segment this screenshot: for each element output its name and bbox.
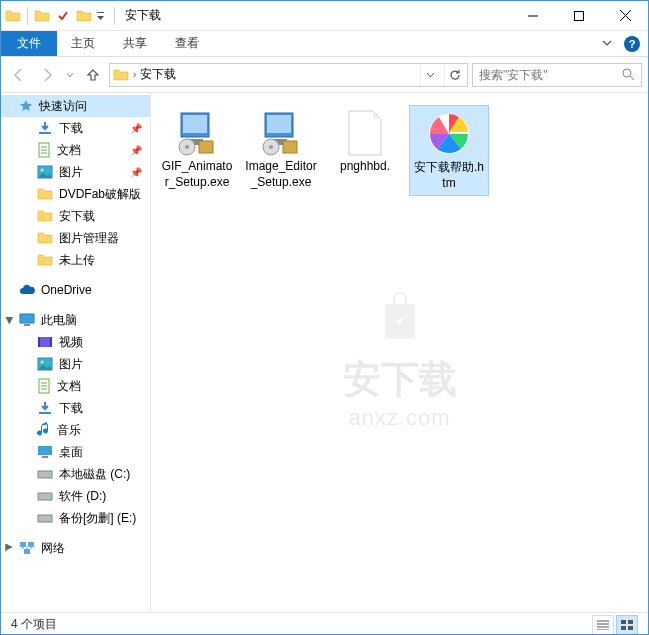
- details-view-button[interactable]: [592, 615, 614, 635]
- picture-icon: [37, 165, 53, 179]
- close-button[interactable]: [602, 1, 648, 31]
- sidebar-this-pc[interactable]: ⯆ 此电脑: [1, 309, 150, 331]
- pin-icon: 📌: [130, 167, 142, 178]
- svg-rect-26: [24, 549, 30, 554]
- file-tab-label: 文件: [17, 35, 41, 52]
- svg-rect-41: [628, 620, 633, 624]
- sidebar-item[interactable]: DVDFab破解版: [1, 183, 150, 205]
- minimize-button[interactable]: [510, 1, 556, 31]
- svg-rect-7: [20, 314, 34, 323]
- sidebar-onedrive[interactable]: OneDrive: [1, 279, 150, 301]
- sidebar-item[interactable]: 下载: [1, 397, 150, 419]
- sidebar-network[interactable]: ⯈ 网络: [1, 537, 150, 559]
- sidebar-item-label: 文档: [57, 142, 81, 159]
- sidebar-item[interactable]: 本地磁盘 (C:): [1, 463, 150, 485]
- file-tab[interactable]: 文件: [1, 31, 57, 56]
- tree-expand-icon[interactable]: ⯈: [5, 543, 14, 553]
- home-tab[interactable]: 主页: [57, 31, 109, 56]
- sidebar-item[interactable]: 文档📌: [1, 139, 150, 161]
- svg-rect-25: [28, 542, 34, 547]
- quick-access-toolbar: [1, 5, 119, 27]
- search-input[interactable]: [479, 68, 618, 82]
- sidebar-item[interactable]: 备份[勿删] (E:): [1, 507, 150, 529]
- svg-rect-9: [38, 337, 52, 347]
- pin-icon: 📌: [130, 123, 142, 134]
- sidebar-item-label: 桌面: [59, 444, 83, 461]
- document-icon: [37, 378, 51, 394]
- sidebar-item-label: 软件 (D:): [59, 488, 106, 505]
- file-name: Image_Editor_Setup.exe: [245, 159, 317, 190]
- maximize-button[interactable]: [556, 1, 602, 31]
- file-list[interactable]: GIF_Animator_Setup.exeImage_Editor_Setup…: [151, 93, 648, 612]
- svg-rect-1: [575, 11, 584, 20]
- tab-label: 共享: [123, 35, 147, 52]
- sidebar-item[interactable]: 下载📌: [1, 117, 150, 139]
- view-tab[interactable]: 查看: [161, 31, 213, 56]
- address-segment[interactable]: 安下载: [140, 66, 416, 83]
- sidebar-item[interactable]: 视频: [1, 331, 150, 353]
- sidebar-item-label: 视频: [59, 334, 83, 351]
- address-bar[interactable]: › 安下载: [109, 63, 468, 87]
- svg-rect-42: [621, 626, 626, 630]
- qat-dropdown-icon[interactable]: [96, 10, 108, 22]
- properties-button[interactable]: [52, 5, 74, 27]
- file-item[interactable]: 安下载帮助.htm: [409, 105, 489, 196]
- file-item[interactable]: GIF_Animator_Setup.exe: [157, 105, 237, 196]
- svg-rect-43: [628, 626, 633, 630]
- ribbon-expand-icon[interactable]: [602, 38, 614, 50]
- sidebar-item[interactable]: 图片: [1, 353, 150, 375]
- document-icon: [37, 142, 51, 158]
- sidebar-item[interactable]: 安下载: [1, 205, 150, 227]
- search-box[interactable]: [472, 63, 642, 87]
- up-button[interactable]: [81, 63, 105, 87]
- file-icon: [341, 109, 389, 157]
- folder-icon: [5, 8, 21, 24]
- file-icon: [257, 109, 305, 157]
- file-item[interactable]: Image_Editor_Setup.exe: [241, 105, 321, 196]
- svg-rect-21: [48, 496, 50, 497]
- disk-icon: [37, 489, 53, 503]
- svg-rect-8: [24, 324, 30, 326]
- sidebar-item[interactable]: 音乐: [1, 419, 150, 441]
- sidebar-item[interactable]: 图片📌: [1, 161, 150, 183]
- svg-rect-32: [199, 141, 213, 153]
- watermark: 安下载 anxz.com: [343, 283, 457, 430]
- svg-rect-10: [38, 337, 40, 347]
- svg-rect-0: [97, 12, 104, 13]
- svg-rect-34: [267, 115, 291, 133]
- sidebar-item-label: 文档: [57, 378, 81, 395]
- sidebar-item[interactable]: 文档: [1, 375, 150, 397]
- forward-button[interactable]: [35, 63, 59, 87]
- sidebar-quick-access[interactable]: 快速访问: [1, 95, 150, 117]
- svg-point-6: [41, 169, 44, 172]
- main-area: 快速访问 下载📌文档📌图片📌DVDFab破解版安下载图片管理器未上传 OneDr…: [1, 93, 648, 612]
- svg-rect-23: [48, 518, 50, 519]
- chevron-right-icon[interactable]: ›: [133, 69, 136, 80]
- icons-view-button[interactable]: [616, 615, 638, 635]
- refresh-button[interactable]: [444, 64, 464, 86]
- sidebar-item[interactable]: 桌面: [1, 441, 150, 463]
- svg-point-31: [185, 145, 189, 149]
- svg-point-2: [623, 69, 631, 77]
- file-item[interactable]: pnghhbd.: [325, 105, 405, 196]
- pc-icon: [19, 313, 35, 327]
- svg-rect-15: [39, 412, 51, 414]
- address-dropdown-icon[interactable]: [420, 64, 440, 86]
- sidebar-item[interactable]: 图片管理器: [1, 227, 150, 249]
- sidebar-item-label: 备份[勿删] (E:): [59, 510, 136, 527]
- share-tab[interactable]: 共享: [109, 31, 161, 56]
- file-name: GIF_Animator_Setup.exe: [161, 159, 233, 190]
- help-icon[interactable]: ?: [624, 36, 640, 52]
- sidebar-item-label: 安下载: [59, 208, 95, 225]
- folder-icon: [113, 67, 129, 83]
- svg-rect-11: [50, 337, 52, 347]
- sidebar-item[interactable]: 未上传: [1, 249, 150, 271]
- folder-icon: [37, 231, 53, 245]
- ribbon: 文件 主页 共享 查看 ?: [1, 31, 648, 57]
- sidebar-item[interactable]: 软件 (D:): [1, 485, 150, 507]
- sidebar-item-label: 此电脑: [41, 312, 77, 329]
- sidebar-item-label: 未上传: [59, 252, 95, 269]
- recent-dropdown-icon[interactable]: [63, 63, 77, 87]
- tree-expand-icon[interactable]: ⯆: [5, 315, 14, 325]
- back-button[interactable]: [7, 63, 31, 87]
